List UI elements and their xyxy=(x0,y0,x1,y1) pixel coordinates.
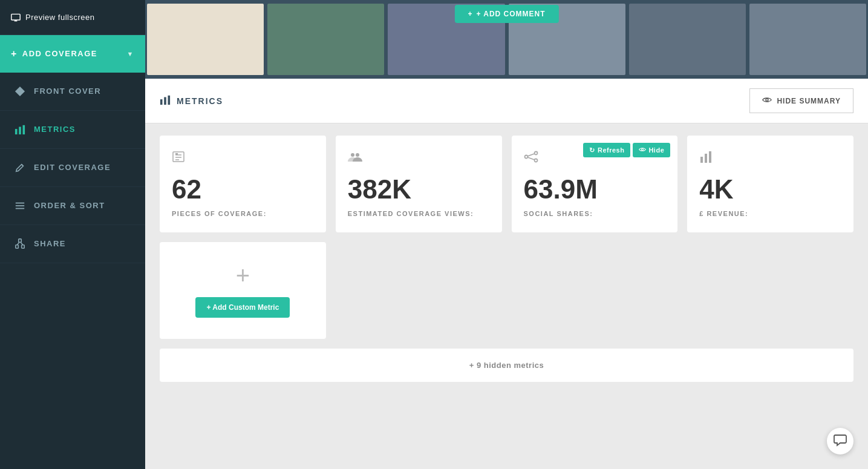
chart-icon xyxy=(699,150,841,166)
estimated-views-value: 382K xyxy=(348,176,490,203)
metrics-title-text: METRICS xyxy=(177,96,223,106)
sidebar-item-share-label: SHARE xyxy=(34,239,66,248)
svg-point-25 xyxy=(356,153,359,157)
svg-rect-16 xyxy=(164,97,166,105)
pieces-of-coverage-label: PIECES OF COVERAGE: xyxy=(172,210,314,217)
svg-rect-23 xyxy=(175,153,178,155)
hidden-metrics-label: + 9 hidden metrics xyxy=(469,361,544,370)
share-icon xyxy=(15,238,25,249)
sidebar-item-front-cover-label: FRONT COVER xyxy=(34,87,101,96)
svg-rect-10 xyxy=(16,244,19,248)
svg-rect-11 xyxy=(19,238,22,241)
svg-point-26 xyxy=(534,152,537,155)
add-comment-button[interactable]: + + ADD COMMENT xyxy=(454,5,558,23)
revenue-value: 4K xyxy=(699,176,841,203)
sidebar-item-edit-coverage[interactable]: Edit COVERAGE xyxy=(0,149,145,187)
svg-rect-6 xyxy=(23,125,25,134)
sidebar-item-edit-coverage-label: Edit COVERAGE xyxy=(34,163,111,172)
monitor-icon xyxy=(11,12,21,22)
eye-icon xyxy=(762,95,772,107)
sidebar-item-metrics[interactable]: METRICS xyxy=(0,111,145,149)
svg-rect-34 xyxy=(709,151,711,163)
strip-image-1 xyxy=(147,4,264,75)
metric-card-revenue: 4K £ REVENUE: xyxy=(687,136,853,232)
strip-image-6 xyxy=(749,4,866,75)
svg-rect-33 xyxy=(705,154,707,163)
svg-rect-5 xyxy=(19,126,21,134)
metrics-grid: 62 PIECES OF COVERAGE: 382K ESTIMATED CO… xyxy=(160,136,853,232)
sidebar-item-metrics-label: METRICS xyxy=(34,125,76,134)
metrics-section-title: METRICS xyxy=(160,94,223,107)
hide-summary-button[interactable]: HIDE SUMMARY xyxy=(749,88,853,113)
eye-hide-icon xyxy=(639,146,646,154)
social-shares-value: 63.9M xyxy=(524,176,666,203)
svg-point-31 xyxy=(642,149,644,151)
svg-point-28 xyxy=(534,159,537,162)
preview-fullscreen-label: Preview fullscreen xyxy=(25,13,95,22)
social-shares-actions: ↻ Refresh Hide xyxy=(583,143,670,157)
svg-point-27 xyxy=(524,156,527,159)
chat-bubble-button[interactable] xyxy=(827,428,853,454)
strip-image-5 xyxy=(629,4,746,75)
chevron-down-icon: ▼ xyxy=(127,50,134,57)
refresh-label: Refresh xyxy=(598,146,624,154)
revenue-label: £ REVENUE: xyxy=(699,210,841,217)
svg-rect-15 xyxy=(160,99,163,105)
svg-rect-12 xyxy=(22,244,25,248)
add-comment-label: + ADD COMMENT xyxy=(476,10,545,18)
sidebar-item-order-sort[interactable]: ORDER & Sort xyxy=(0,187,145,225)
metric-card-estimated-views: 382K ESTIMATED COVERAGE VIEWS: xyxy=(336,136,502,232)
plus-icon: + xyxy=(468,10,472,18)
svg-rect-17 xyxy=(168,96,171,105)
add-custom-metric-label: + Add Custom Metric xyxy=(206,303,279,312)
svg-line-29 xyxy=(527,154,534,156)
strip-image-2 xyxy=(267,4,384,75)
svg-point-18 xyxy=(766,99,768,101)
hide-label: Hide xyxy=(648,146,664,154)
hide-metric-button[interactable]: Hide xyxy=(633,143,670,157)
newspaper-icon xyxy=(172,150,314,166)
svg-marker-3 xyxy=(15,86,25,96)
add-coverage-label: ADD COVERAGE xyxy=(22,49,97,58)
svg-point-24 xyxy=(351,153,354,157)
svg-rect-4 xyxy=(15,129,18,134)
svg-rect-0 xyxy=(11,14,20,20)
sidebar-navigation: FRONT COVER METRICS Edit COVERAGE xyxy=(0,73,145,469)
svg-rect-32 xyxy=(700,157,703,163)
estimated-views-label: ESTIMATED COVERAGE VIEWS: xyxy=(348,210,490,217)
refresh-icon: ↻ xyxy=(589,146,595,154)
chat-icon xyxy=(834,433,847,450)
edit-icon xyxy=(15,162,25,173)
refresh-button[interactable]: ↻ Refresh xyxy=(583,143,630,157)
svg-line-30 xyxy=(527,157,534,160)
add-custom-metric-card[interactable]: + + Add Custom Metric xyxy=(160,242,326,339)
add-custom-metric-button[interactable]: + Add Custom Metric xyxy=(195,297,290,318)
bar-chart-icon-header xyxy=(160,94,171,107)
top-image-strip: + + ADD COMMENT xyxy=(145,0,868,79)
metrics-header: METRICS HIDE SUMMARY xyxy=(145,79,868,123)
list-icon xyxy=(15,200,25,211)
main-content: + + ADD COMMENT METRICS HIDE SUMM xyxy=(145,0,868,469)
preview-fullscreen-button[interactable]: Preview fullscreen xyxy=(0,0,145,35)
sidebar: Preview fullscreen + ADD COVERAGE ▼ FRON… xyxy=(0,0,145,469)
social-shares-label: SOCIAL SHARES: xyxy=(524,210,666,217)
pieces-of-coverage-value: 62 xyxy=(172,176,314,203)
people-icon xyxy=(348,150,490,166)
metric-card-social-shares: ↻ Refresh Hide 63.9M SOCIAL xyxy=(512,136,678,232)
sidebar-item-share[interactable]: SHARE xyxy=(0,225,145,263)
metric-card-pieces-of-coverage: 62 PIECES OF COVERAGE: xyxy=(160,136,326,232)
sidebar-item-front-cover[interactable]: FRONT COVER xyxy=(0,73,145,111)
add-coverage-button[interactable]: + ADD COVERAGE ▼ xyxy=(0,35,145,73)
hidden-metrics-bar[interactable]: + 9 hidden metrics xyxy=(160,349,853,382)
sidebar-item-order-sort-label: ORDER & Sort xyxy=(34,201,105,210)
large-plus-icon: + xyxy=(236,263,250,287)
metrics-content-area: 62 PIECES OF COVERAGE: 382K ESTIMATED CO… xyxy=(145,123,868,469)
plus-icon: + xyxy=(11,48,18,59)
diamond-icon xyxy=(15,86,25,97)
hide-summary-label: HIDE SUMMARY xyxy=(777,97,841,105)
bar-chart-icon xyxy=(15,124,25,135)
